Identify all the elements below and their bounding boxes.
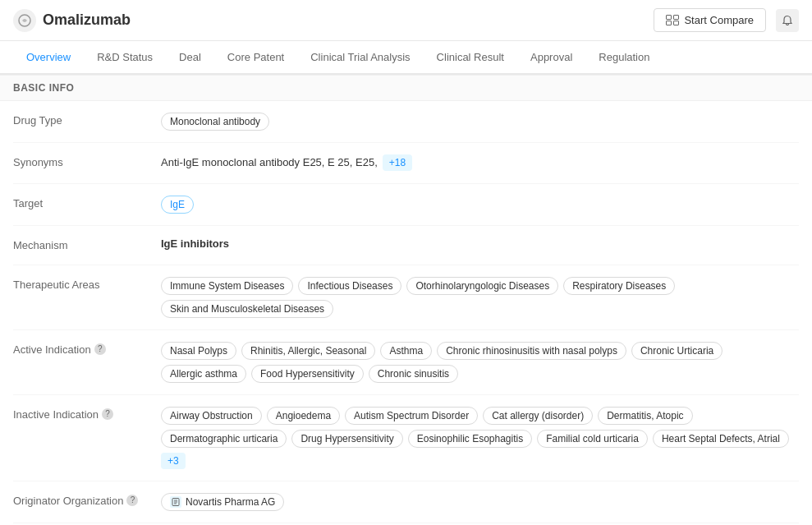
- therapeutic-areas-row: Therapeutic Areas Immune System Diseases…: [13, 265, 799, 330]
- tab-rd-status[interactable]: R&D Status: [84, 41, 166, 75]
- tag-allergic-asthma[interactable]: Allergic asthma: [161, 365, 246, 383]
- active-indication-label: Active Indication ?: [13, 342, 161, 356]
- tag-nasal-polyps[interactable]: Nasal Polyps: [161, 342, 236, 360]
- tag-dermatitis[interactable]: Dermatitis, Atopic: [598, 407, 692, 425]
- notification-button[interactable]: [776, 9, 799, 32]
- section-header: Basic Info: [0, 75, 812, 101]
- svg-rect-4: [674, 21, 679, 25]
- tag-dermatographic[interactable]: Dermatographic urticaria: [161, 430, 287, 448]
- drug-type-row: Drug Type Monoclonal antibody: [13, 101, 799, 143]
- tag-respiratory[interactable]: Respiratory Diseases: [563, 277, 675, 295]
- drug-title: Omalizumab: [13, 9, 131, 32]
- compare-label: Start Compare: [684, 14, 754, 26]
- tag-eosinophilic[interactable]: Eosinophilic Esophagitis: [408, 430, 532, 448]
- tag-heart-septal[interactable]: Heart Septal Defects, Atrial: [653, 430, 789, 448]
- svg-rect-2: [667, 21, 672, 25]
- top-bar: Omalizumab Start Compare: [0, 0, 812, 41]
- synonyms-label: Synonyms: [13, 154, 161, 168]
- org-novartis-pharma-ag-originator[interactable]: Novartis Pharma AG: [161, 493, 284, 511]
- drug-type-label: Drug Type: [13, 113, 161, 127]
- active-indication-help[interactable]: ?: [94, 343, 106, 355]
- inactive-indication-help[interactable]: ?: [102, 408, 113, 420]
- synonyms-more[interactable]: +18: [383, 154, 412, 171]
- active-indication-row: Active Indication ? Nasal Polyps Rhiniti…: [13, 330, 799, 395]
- synonyms-text: Anti-IgE monoclonal antibody E25, E 25, …: [161, 154, 378, 172]
- mechanism-text: IgE inhibitors: [161, 237, 229, 250]
- tag-skin[interactable]: Skin and Musculoskeletal Diseases: [161, 300, 333, 318]
- originator-org-help[interactable]: ?: [126, 495, 138, 506]
- drug-type-value: Monoclonal antibody: [161, 113, 799, 131]
- tag-otorhinolaryngologic[interactable]: Otorhinolaryngologic Diseases: [406, 277, 558, 295]
- drug-name: Omalizumab: [43, 12, 131, 29]
- active-indication-value: Nasal Polyps Rhinitis, Allergic, Seasona…: [161, 342, 799, 383]
- mechanism-value: IgE inhibitors: [161, 237, 799, 250]
- target-label: Target: [13, 196, 161, 210]
- tab-clinical-trial[interactable]: Clinical Trial Analysis: [297, 41, 423, 75]
- tag-angioedema[interactable]: Angioedema: [267, 407, 340, 425]
- org-doc-icon: [170, 496, 181, 508]
- tag-food-hypersensitivity[interactable]: Food Hypersensitivity: [251, 365, 364, 383]
- tag-autism[interactable]: Autism Spectrum Disorder: [345, 407, 478, 425]
- mechanism-label: Mechanism: [13, 237, 161, 251]
- nav-tabs: Overview R&D Status Deal Core Patent Cli…: [0, 41, 812, 75]
- tag-chronic-urticaria[interactable]: Chronic Urticaria: [631, 342, 723, 360]
- drug-type-tag: Monoclonal antibody: [161, 113, 269, 131]
- target-tag[interactable]: IgE: [161, 196, 194, 214]
- svg-rect-1: [667, 15, 672, 19]
- tag-immune[interactable]: Immune System Diseases: [161, 277, 293, 295]
- synonyms-value: Anti-IgE monoclonal antibody E25, E 25, …: [161, 154, 799, 172]
- tab-approval[interactable]: Approval: [517, 41, 585, 75]
- content: Basic Info Drug Type Monoclonal antibody…: [0, 75, 812, 525]
- compare-button[interactable]: Start Compare: [654, 8, 766, 32]
- tab-regulation[interactable]: Regulation: [585, 41, 663, 75]
- tab-overview[interactable]: Overview: [13, 41, 84, 75]
- drug-icon: [13, 9, 36, 32]
- therapeutic-areas-value: Immune System Diseases Infectious Diseas…: [161, 277, 799, 318]
- inactive-indication-value: Airway Obstruction Angioedema Autism Spe…: [161, 407, 799, 469]
- tag-asthma[interactable]: Asthma: [380, 342, 432, 360]
- target-value: IgE: [161, 196, 799, 214]
- tag-familial-cold[interactable]: Familial cold urticaria: [537, 430, 648, 448]
- svg-rect-3: [674, 15, 679, 19]
- tag-drug-hypersensitivity[interactable]: Drug Hypersensitivity: [291, 430, 402, 448]
- therapeutic-areas-label: Therapeutic Areas: [13, 277, 161, 291]
- inactive-indication-more[interactable]: +3: [161, 453, 186, 469]
- mechanism-row: Mechanism IgE inhibitors: [13, 226, 799, 265]
- originator-org-row: Originator Organization ? Novartis Pharm…: [13, 481, 799, 523]
- synonyms-row: Synonyms Anti-IgE monoclonal antibody E2…: [13, 143, 799, 184]
- tab-deal[interactable]: Deal: [166, 41, 214, 75]
- inactive-indication-row: Inactive Indication ? Airway Obstruction…: [13, 395, 799, 481]
- tab-core-patent[interactable]: Core Patent: [214, 41, 297, 75]
- tag-chronic-rhinosinusitis[interactable]: Chronic rhinosinusitis with nasal polyps: [437, 342, 626, 360]
- target-row: Target IgE: [13, 184, 799, 226]
- tag-cat-allergy[interactable]: Cat allergy (disorder): [483, 407, 593, 425]
- top-actions: Start Compare: [654, 8, 799, 32]
- originator-org-value: Novartis Pharma AG: [161, 493, 799, 511]
- tag-rhinitis[interactable]: Rhinitis, Allergic, Seasonal: [241, 342, 375, 360]
- tab-clinical-result[interactable]: Clinical Result: [424, 41, 517, 75]
- tag-airway-obstruction[interactable]: Airway Obstruction: [161, 407, 262, 425]
- tag-infectious[interactable]: Infectious Diseases: [298, 277, 401, 295]
- tag-chronic-sinusitis[interactable]: Chronic sinusitis: [369, 365, 458, 383]
- inactive-indication-label: Inactive Indication ?: [13, 407, 161, 421]
- originator-org-label: Originator Organization ?: [13, 493, 161, 507]
